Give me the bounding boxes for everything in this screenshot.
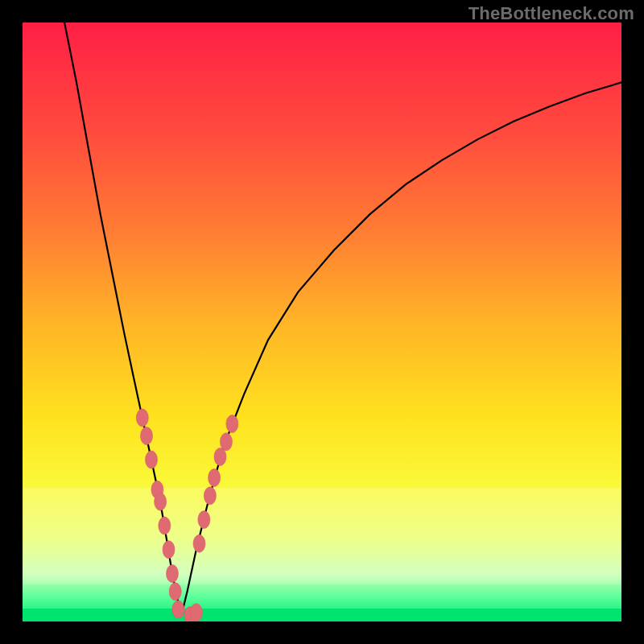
watermark-text: TheBottleneck.com (469, 3, 634, 24)
chart-frame: TheBottleneck.com (0, 0, 644, 644)
gradient-plot-area (23, 23, 621, 621)
bottom-green-band (23, 609, 621, 621)
